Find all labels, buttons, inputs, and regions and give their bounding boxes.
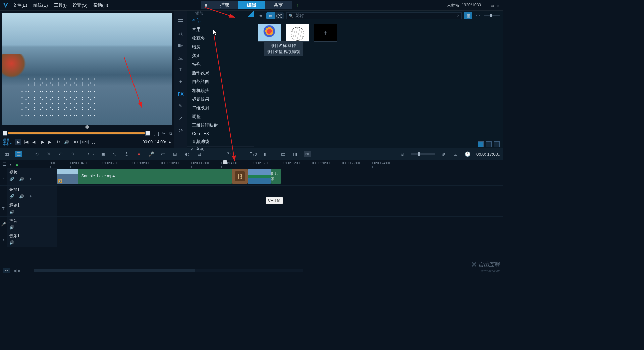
menu-file[interactable]: 文件(E) bbox=[13, 2, 27, 8]
title-t-icon[interactable]: T bbox=[175, 64, 186, 75]
go-end-icon[interactable]: ▶| bbox=[47, 139, 54, 145]
maximize-icon[interactable]: ▭ bbox=[490, 3, 494, 7]
tab-upload-icon[interactable]: ↑ bbox=[292, 1, 303, 9]
minimize-icon[interactable]: ─ bbox=[484, 3, 488, 7]
track-lane[interactable] bbox=[57, 232, 503, 247]
tool-fx1-icon[interactable]: ▤ bbox=[280, 151, 286, 157]
split-icon[interactable]: ✂ bbox=[162, 131, 166, 136]
video-clip[interactable]: 🔊 Sample_Lake.mp4 bbox=[57, 169, 232, 184]
category-item[interactable]: 自然绘图 bbox=[187, 77, 254, 86]
nav-left-icon[interactable]: ◀ bbox=[13, 268, 16, 273]
thumb-size-slider[interactable] bbox=[484, 15, 500, 16]
category-item[interactable]: 调整 bbox=[187, 112, 254, 121]
color-icon[interactable]: ✎ bbox=[175, 101, 186, 111]
browse-button[interactable]: ⎘浏览 bbox=[187, 146, 254, 152]
hd-indicator[interactable]: HD bbox=[72, 140, 78, 144]
track-lane[interactable] bbox=[57, 217, 503, 232]
transition-clip[interactable]: B bbox=[232, 169, 248, 184]
transition-icon[interactable] bbox=[175, 40, 186, 51]
preview-timecode[interactable]: 00:00: 14:001 ▸ bbox=[143, 140, 171, 144]
panel-grip-icon[interactable]: ::::::::: bbox=[0, 11, 174, 13]
track-mute-icon[interactable]: 🔊 bbox=[19, 177, 24, 181]
redo-icon[interactable]: ↷ bbox=[69, 151, 76, 157]
timeline-view-icon[interactable]: ☰ bbox=[15, 151, 22, 157]
category-item[interactable]: 焦距 bbox=[187, 51, 254, 60]
undo-icon[interactable]: ↶ bbox=[57, 151, 64, 157]
status-tag[interactable]: ≡≡ bbox=[3, 268, 10, 273]
tool-gif-icon[interactable]: GIF bbox=[304, 151, 311, 157]
aspect-indicator[interactable]: 16:9 bbox=[80, 140, 89, 144]
tool-subtitle-icon[interactable]: ▭ bbox=[160, 151, 166, 157]
effect-thumb[interactable]: 旋 条目名称:旋转 条目类型:视频滤镜 bbox=[258, 24, 281, 47]
preview-marker-bar[interactable] bbox=[2, 125, 172, 130]
tool-resize-icon[interactable]: ⤡ bbox=[111, 151, 118, 157]
close-icon[interactable]: ✕ bbox=[496, 3, 500, 7]
track-mute-icon[interactable]: 🔊 bbox=[9, 225, 14, 230]
search-input[interactable]: 🔍 旋转 × bbox=[286, 12, 462, 19]
timeline-scrollbar[interactable] bbox=[34, 269, 303, 272]
category-item[interactable]: 三维纹理映射 bbox=[187, 121, 254, 130]
preview-mode-label[interactable]: 项目~素材~ bbox=[3, 138, 12, 146]
menu-settings[interactable]: 设置(S) bbox=[73, 2, 87, 8]
add-category-button[interactable]: +添加 bbox=[187, 11, 254, 16]
category-item[interactable]: 音频滤镜 bbox=[187, 137, 254, 146]
filter-audio-icon[interactable]: ((•)) bbox=[275, 12, 284, 19]
mark-in-icon[interactable]: [ bbox=[153, 131, 154, 136]
track-lane[interactable]: 🔊 Sample_Lake.mp4 B 图片素 bbox=[57, 168, 503, 185]
tool-multi-icon[interactable]: ⊞ bbox=[172, 151, 178, 157]
time-ruler[interactable]: :00 00:00:04:00 00:00:06:00 00:00:08:00 … bbox=[50, 160, 503, 168]
view-options-icon[interactable]: ⋯ bbox=[474, 12, 482, 19]
menu-help[interactable]: 帮助(H) bbox=[93, 2, 108, 8]
panel-grip-icon[interactable]: :::::::: bbox=[174, 13, 184, 15]
overlay-icon[interactable]: ✦ bbox=[175, 76, 186, 87]
clear-search-icon[interactable]: × bbox=[457, 13, 459, 18]
menu-edit[interactable]: 编辑(E) bbox=[33, 2, 48, 8]
tab-capture[interactable]: 捕获 bbox=[211, 1, 238, 9]
panel-btn-3[interactable] bbox=[494, 141, 500, 147]
track-mute-icon[interactable]: 🔊 bbox=[9, 240, 14, 245]
category-item[interactable]: Corel FX bbox=[187, 130, 254, 137]
play-button[interactable]: ▶ bbox=[15, 139, 21, 145]
track-link-icon[interactable]: 🔗 bbox=[9, 177, 14, 181]
fullscreen-icon[interactable]: ⛶ bbox=[90, 139, 97, 145]
nav-right-icon[interactable]: ▶ bbox=[18, 268, 21, 273]
fx-icon[interactable]: FX bbox=[175, 89, 186, 99]
panel-btn-2[interactable] bbox=[486, 141, 492, 147]
add-effect-thumb[interactable]: + bbox=[314, 24, 337, 42]
filter-video-icon[interactable]: ▭ bbox=[266, 12, 275, 19]
category-item[interactable]: 二维映射 bbox=[187, 104, 254, 112]
media-icon[interactable] bbox=[175, 16, 186, 27]
track-toggle-icon[interactable]: ▾ bbox=[10, 162, 12, 167]
pin-icon[interactable] bbox=[248, 11, 254, 17]
tool-mic-icon[interactable]: 🎤 bbox=[148, 151, 154, 157]
image-clip-label[interactable]: 图片素 bbox=[271, 169, 281, 184]
tool-2-icon[interactable]: ✕ bbox=[45, 151, 52, 157]
preview-video[interactable] bbox=[2, 13, 172, 125]
track-menu-icon[interactable]: ☰ bbox=[3, 162, 6, 167]
title-ab-icon[interactable]: AB bbox=[175, 52, 186, 63]
category-item[interactable]: 全部 bbox=[187, 16, 254, 25]
track-mute-icon[interactable]: 🔊 bbox=[19, 194, 24, 199]
toolbar-timecode[interactable]: 0:00: 17:001 bbox=[476, 152, 500, 157]
effect-thumb[interactable] bbox=[286, 24, 309, 42]
go-start-icon[interactable]: |◀ bbox=[23, 139, 30, 145]
speed-icon[interactable]: ◔ bbox=[175, 125, 186, 135]
scrub-out-handle[interactable] bbox=[145, 131, 150, 136]
track-lock-icon[interactable]: ✦ bbox=[29, 177, 32, 181]
thumbnail-view-icon[interactable]: ▦ bbox=[464, 12, 472, 19]
mark-out-icon[interactable]: ] bbox=[158, 131, 159, 136]
category-item[interactable]: 脸部效果 bbox=[187, 69, 254, 77]
category-item[interactable]: 特殊 bbox=[187, 60, 254, 69]
snapshot-icon[interactable]: ⧉ bbox=[169, 131, 172, 136]
next-frame-icon[interactable]: |▶ bbox=[39, 139, 46, 145]
volume-icon[interactable]: 🔊 bbox=[63, 139, 70, 145]
track-mute-icon[interactable]: 🔊 bbox=[9, 210, 14, 214]
category-item[interactable]: 暗房 bbox=[187, 43, 254, 51]
track-lock-icon[interactable]: ✦ bbox=[29, 194, 32, 199]
tool-fx2-icon[interactable]: ◨ bbox=[292, 151, 299, 157]
menu-tools[interactable]: 工具(I) bbox=[54, 2, 67, 8]
tool-trim-icon[interactable]: ⟷ bbox=[87, 151, 94, 157]
motion-icon[interactable]: ↗ bbox=[175, 113, 186, 123]
panel-btn-1[interactable] bbox=[478, 141, 484, 147]
zoom-out-icon[interactable]: ⊖ bbox=[399, 151, 406, 157]
